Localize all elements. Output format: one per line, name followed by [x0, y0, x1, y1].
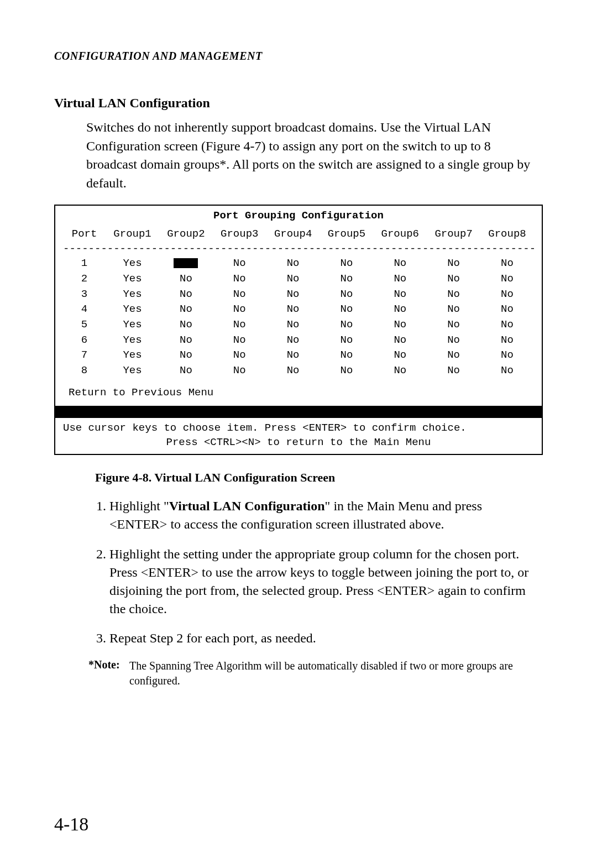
table-row: 4YesNoNoNoNoNoNoNo: [63, 302, 534, 317]
cell-group[interactable]: No: [266, 302, 320, 317]
cell-group[interactable]: No: [213, 287, 266, 302]
cell-port: 7: [63, 348, 106, 363]
cell-port: 2: [63, 271, 106, 287]
cell-group[interactable]: No: [373, 363, 427, 379]
cell-group[interactable]: No: [266, 271, 320, 287]
cell-group[interactable]: No: [159, 333, 213, 348]
cell-group[interactable]: No: [373, 287, 427, 302]
cell-group[interactable]: No: [213, 333, 266, 348]
table-row: 2YesNoNoNoNoNoNoNo: [63, 271, 534, 287]
status-bar: [55, 406, 542, 418]
cell-group[interactable]: No: [480, 302, 534, 317]
cell-group[interactable]: No: [213, 317, 266, 333]
cell-group[interactable]: No: [480, 363, 534, 379]
table-row: 8YesNoNoNoNoNoNoNo: [63, 363, 534, 379]
page-number: 4-18: [54, 814, 88, 835]
cell-group[interactable]: No: [373, 348, 427, 363]
cell-group[interactable]: No: [159, 317, 213, 333]
cell-group[interactable]: No: [427, 333, 480, 348]
cell-group[interactable]: No: [373, 256, 427, 271]
cell-group[interactable]: No: [373, 302, 427, 317]
cursor-highlight[interactable]: [174, 258, 198, 268]
cell-group[interactable]: No: [266, 317, 320, 333]
cell-group[interactable]: Yes: [106, 271, 159, 287]
terminal-screen: Port Grouping Configuration Port Group1 …: [54, 205, 543, 455]
cell-group[interactable]: No: [320, 271, 374, 287]
cell-group[interactable]: No: [266, 363, 320, 379]
cell-group[interactable]: No: [427, 271, 480, 287]
footnote: *Note: The Spanning Tree Algorithm will …: [88, 658, 543, 688]
cell-group[interactable]: No: [427, 363, 480, 379]
cell-group[interactable]: No: [213, 302, 266, 317]
cell-port: 1: [63, 256, 106, 271]
footnote-label: *Note:: [88, 658, 129, 688]
table-row: 5YesNoNoNoNoNoNoNo: [63, 317, 534, 333]
cell-group[interactable]: No: [266, 287, 320, 302]
cell-group[interactable]: No: [320, 348, 374, 363]
cell-group[interactable]: [159, 256, 213, 271]
cell-port: 6: [63, 333, 106, 348]
cell-group[interactable]: No: [480, 317, 534, 333]
header-separator: ----------------------------------------…: [63, 242, 534, 257]
cell-group[interactable]: Yes: [106, 287, 159, 302]
help-line-2: Press <CTRL><N> to return to the Main Me…: [63, 436, 534, 450]
cell-group[interactable]: No: [320, 256, 374, 271]
cell-port: 8: [63, 363, 106, 379]
cell-group[interactable]: No: [320, 302, 374, 317]
cell-group[interactable]: No: [480, 256, 534, 271]
step-1: Highlight "Virtual LAN Configuration" in…: [109, 497, 543, 534]
cell-group[interactable]: No: [373, 333, 427, 348]
col-group4: Group4: [266, 227, 320, 242]
cell-group[interactable]: No: [320, 363, 374, 379]
cell-group[interactable]: No: [159, 271, 213, 287]
cell-group[interactable]: No: [159, 363, 213, 379]
cell-port: 3: [63, 287, 106, 302]
section-title: Virtual LAN Configuration: [54, 96, 543, 111]
cell-group[interactable]: No: [213, 363, 266, 379]
cell-group[interactable]: No: [480, 348, 534, 363]
running-head: CONFIGURATION AND MANAGEMENT: [54, 50, 543, 62]
cell-group[interactable]: Yes: [106, 317, 159, 333]
cell-group[interactable]: No: [373, 271, 427, 287]
cell-group[interactable]: Yes: [106, 348, 159, 363]
cell-group[interactable]: No: [320, 333, 374, 348]
col-group6: Group6: [373, 227, 427, 242]
cell-group[interactable]: No: [480, 333, 534, 348]
cell-group[interactable]: No: [427, 287, 480, 302]
cell-group[interactable]: No: [373, 317, 427, 333]
cell-group[interactable]: Yes: [106, 333, 159, 348]
return-menu-item[interactable]: Return to Previous Menu: [69, 386, 534, 400]
cell-group[interactable]: No: [320, 287, 374, 302]
cell-group[interactable]: No: [427, 302, 480, 317]
cell-group[interactable]: Yes: [106, 256, 159, 271]
cell-group[interactable]: No: [213, 271, 266, 287]
cell-group[interactable]: Yes: [106, 363, 159, 379]
step-3: Repeat Step 2 for each port, as needed.: [109, 629, 543, 647]
cell-group[interactable]: No: [159, 348, 213, 363]
cell-group[interactable]: No: [213, 348, 266, 363]
cell-port: 5: [63, 317, 106, 333]
figure-caption: Figure 4-8. Virtual LAN Configuration Sc…: [95, 470, 543, 485]
help-line-1: Use cursor keys to choose item. Press <E…: [63, 421, 534, 436]
cell-group[interactable]: Yes: [106, 302, 159, 317]
cell-group[interactable]: No: [266, 256, 320, 271]
cell-group[interactable]: No: [320, 317, 374, 333]
cell-group[interactable]: No: [480, 287, 534, 302]
col-group3: Group3: [213, 227, 266, 242]
cell-group[interactable]: No: [427, 256, 480, 271]
table-row: 7YesNoNoNoNoNoNoNo: [63, 348, 534, 363]
col-group7: Group7: [427, 227, 480, 242]
cell-group[interactable]: No: [427, 348, 480, 363]
cell-group[interactable]: No: [213, 256, 266, 271]
step-1-text-a: Highlight ": [109, 499, 169, 513]
terminal-title: Port Grouping Configuration: [63, 209, 534, 223]
cell-group[interactable]: No: [159, 302, 213, 317]
cell-group[interactable]: No: [480, 271, 534, 287]
page: CONFIGURATION AND MANAGEMENT Virtual LAN…: [0, 0, 597, 868]
cell-group[interactable]: No: [159, 287, 213, 302]
cell-group[interactable]: No: [266, 348, 320, 363]
table-header-row: Port Group1 Group2 Group3 Group4 Group5 …: [63, 227, 534, 242]
cell-group[interactable]: No: [427, 317, 480, 333]
cell-group[interactable]: No: [266, 333, 320, 348]
col-group1: Group1: [106, 227, 159, 242]
